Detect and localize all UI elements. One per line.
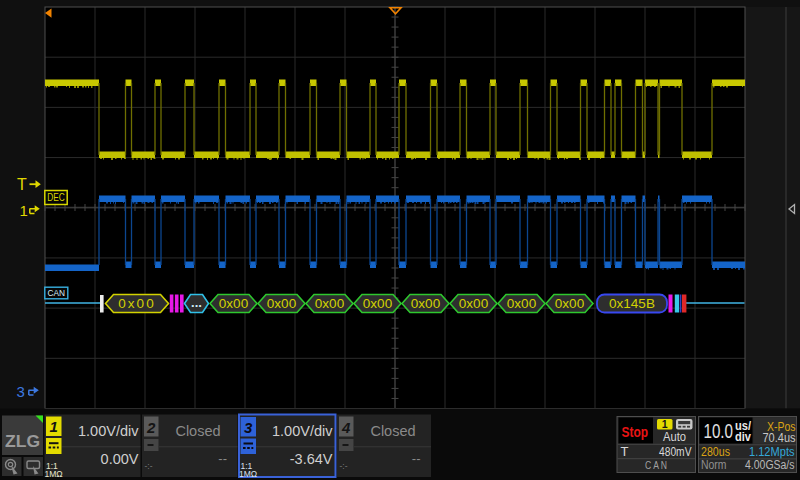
svg-text:T: T [621,444,629,459]
svg-text:480mV: 480mV [659,444,692,459]
svg-text:280us: 280us [701,444,730,459]
svg-text:0x00: 0x00 [507,296,536,311]
svg-text:ZLG: ZLG [5,432,40,451]
svg-text:T: T [17,176,27,193]
svg-text:3: 3 [17,383,25,400]
svg-text:1.12Mpts: 1.12Mpts [749,444,795,459]
svg-text:70.4us: 70.4us [763,430,796,445]
svg-text:C A N: C A N [645,459,667,471]
svg-text:1: 1 [20,202,28,219]
svg-text:Stop: Stop [622,423,649,440]
svg-text:10.0: 10.0 [704,420,734,442]
svg-text:0x00: 0x00 [219,296,248,311]
svg-text:1: 1 [662,418,668,430]
svg-text:1.00V/div: 1.00V/div [272,423,333,439]
svg-text:0x145B: 0x145B [609,296,655,311]
svg-text:Closed: Closed [175,423,220,439]
svg-text:...: ... [191,295,202,310]
svg-text:-:-: -:- [145,461,153,471]
svg-text:1: 1 [50,418,58,435]
svg-text:CAN: CAN [48,287,66,298]
svg-text:0.00V: 0.00V [101,451,139,467]
svg-text:0x00: 0x00 [315,296,344,311]
svg-text:Closed: Closed [370,423,415,439]
svg-text:div: div [735,430,751,444]
svg-text:0x00: 0x00 [267,296,296,311]
svg-text:Auto: Auto [663,430,686,444]
svg-text:0x00: 0x00 [411,296,440,311]
svg-text:DEC: DEC [47,192,65,203]
svg-text:1MΩ: 1MΩ [45,469,63,479]
svg-text:--: -- [218,451,227,466]
svg-text:1MΩ: 1MΩ [239,469,257,479]
svg-text:0x00: 0x00 [118,296,155,311]
svg-text:--: -- [412,451,421,466]
svg-text:4: 4 [341,419,351,436]
svg-text:1.00V/div: 1.00V/div [78,423,139,439]
svg-text:0x00: 0x00 [363,296,392,311]
svg-text:-3.64V: -3.64V [290,451,333,467]
svg-text:3: 3 [244,419,253,436]
svg-text:-:-: -:- [340,461,348,471]
svg-text:0x00: 0x00 [459,296,488,311]
svg-text:0x00: 0x00 [555,296,584,311]
svg-text:4.00GSa/s: 4.00GSa/s [745,458,795,472]
svg-text:Norm: Norm [701,458,727,472]
svg-text:2: 2 [146,419,156,436]
